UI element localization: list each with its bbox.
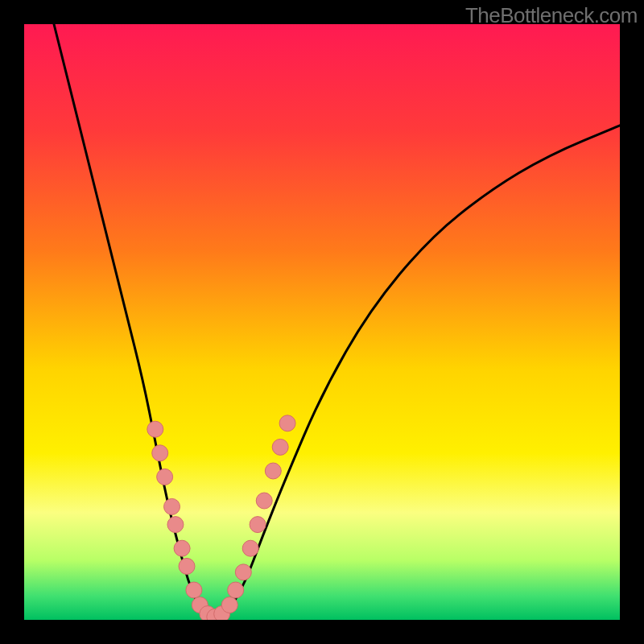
highlight-dot: [272, 439, 288, 455]
highlight-dot: [174, 540, 190, 556]
highlight-dot: [179, 558, 195, 574]
highlight-dot: [147, 421, 163, 437]
attribution-text: TheBottleneck.com: [465, 3, 638, 28]
chart-svg: [24, 24, 620, 620]
highlight-dot: [228, 582, 244, 598]
highlight-dot: [167, 517, 184, 533]
highlight-dot: [250, 517, 266, 533]
gradient-background: [24, 24, 620, 620]
highlight-dot: [152, 445, 168, 461]
highlight-dot: [242, 540, 258, 556]
highlight-dot: [256, 493, 272, 509]
highlight-dot: [221, 597, 237, 613]
highlight-dot: [235, 564, 251, 580]
chart-frame: TheBottleneck.com: [0, 0, 644, 644]
highlight-dot: [279, 415, 295, 431]
plot-area: [24, 24, 620, 620]
highlight-dot: [186, 582, 202, 598]
highlight-dot: [265, 463, 281, 479]
highlight-dot: [164, 498, 180, 514]
highlight-dot: [157, 469, 173, 485]
